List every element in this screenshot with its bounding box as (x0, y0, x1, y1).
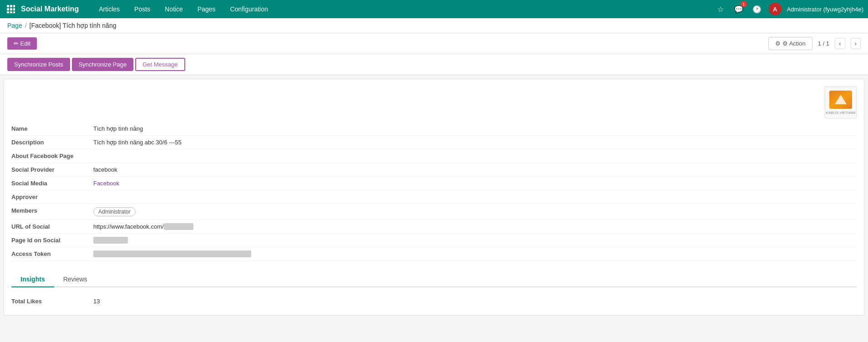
action-button[interactable]: ⚙ ⚙ Action (768, 37, 812, 50)
tab-reviews[interactable]: Reviews (54, 272, 96, 287)
nav-notice[interactable]: Notice (158, 4, 189, 15)
form-row-token: Access Token (11, 247, 857, 261)
label-pageid: Page Id on Social (11, 237, 93, 244)
apps-icon[interactable] (5, 3, 17, 15)
form-row-about: About Facebook Page (11, 149, 857, 163)
chat-icon[interactable]: 💬 1 (732, 3, 745, 15)
gear-icon: ⚙ (775, 40, 781, 47)
form-row-url: URL of Social https://www.facebook.com/ (11, 220, 857, 234)
insights-value-likes: 13 (93, 298, 100, 305)
topnav-right: ☆ 💬 1 🕐 A Administrator (fyuwg2yhjh4e) (714, 3, 863, 15)
chat-badge: 1 (741, 1, 747, 7)
insights-content: Total Likes 13 (11, 295, 857, 308)
value-token (93, 250, 857, 257)
avatar[interactable]: A (769, 3, 782, 15)
pageid-blurred (93, 237, 128, 244)
nav-posts[interactable]: Posts (128, 4, 157, 15)
svg-marker-9 (835, 95, 847, 104)
breadcrumb-separator: / (25, 22, 27, 29)
nav-pages[interactable]: Pages (191, 4, 222, 15)
breadcrumb-parent[interactable]: Page (7, 22, 22, 29)
svg-rect-2 (13, 5, 15, 7)
member-badge: Administrator (93, 207, 136, 216)
label-provider: Social Provider (11, 166, 93, 173)
tabs-bar: Insights Reviews (11, 272, 857, 287)
label-url: URL of Social (11, 223, 93, 230)
label-about: About Facebook Page (11, 153, 93, 159)
svg-rect-0 (7, 5, 9, 7)
form-row-provider: Social Provider facebook (11, 163, 857, 177)
url-blurred-part (164, 223, 193, 230)
label-approver: Approver (11, 194, 93, 200)
form-row-name: Name Tích hợp tính năng (11, 122, 857, 136)
nav-articles[interactable]: Articles (92, 4, 126, 15)
value-name: Tích hợp tính năng (93, 125, 857, 132)
svg-rect-4 (10, 8, 12, 10)
label-token: Access Token (11, 250, 93, 257)
value-members: Administrator (93, 207, 857, 216)
value-provider: facebook (93, 166, 857, 173)
svg-rect-3 (7, 8, 9, 10)
social-media-link[interactable]: Facebook (93, 180, 119, 187)
sync-posts-button[interactable]: Synchronize Posts (7, 58, 70, 71)
value-pageid (93, 237, 857, 244)
insights-row-likes: Total Likes 13 (11, 295, 857, 308)
breadcrumb-current: [Facebook] Tích hợp tính năng (30, 22, 117, 29)
form-row-members: Members Administrator (11, 204, 857, 220)
token-blurred (93, 250, 251, 257)
insights-label-likes: Total Likes (11, 298, 93, 305)
action-buttons-bar: Synchronize Posts Synchronize Page Get M… (0, 54, 868, 75)
main-nav: Articles Posts Notice Pages Configuratio… (92, 4, 714, 15)
label-members: Members (11, 207, 93, 214)
edit-button[interactable]: ✏ Edit (7, 37, 37, 50)
page-logo: KABUS.VIETNAM (825, 87, 857, 118)
toolbar-right: ⚙ ⚙ Action 1 / 1 ‹ › (768, 37, 861, 50)
get-message-button[interactable]: Get Message (135, 58, 185, 71)
star-icon[interactable]: ☆ (714, 3, 727, 15)
label-media: Social Media (11, 180, 93, 187)
value-media: Facebook (93, 180, 857, 187)
clock-icon[interactable]: 🕐 (751, 3, 763, 15)
sync-page-button[interactable]: Synchronize Page (72, 58, 134, 71)
label-name: Name (11, 125, 93, 132)
toolbar-left: ✏ Edit (7, 37, 37, 50)
form-row-description: Description Tích hợp tính năng abc 30/6 … (11, 136, 857, 149)
nav-configuration[interactable]: Configuration (223, 4, 274, 15)
form-section: Name Tích hợp tính năng Description Tích… (11, 122, 857, 261)
username[interactable]: Administrator (fyuwg2yhjh4e) (787, 6, 863, 13)
pagination-prev[interactable]: ‹ (835, 38, 845, 49)
page-logo-area: KABUS.VIETNAM (11, 87, 857, 118)
pagination-next[interactable]: › (851, 38, 861, 49)
app-title: Social Marketing (21, 5, 79, 13)
toolbar: ✏ Edit ⚙ ⚙ Action 1 / 1 ‹ › (0, 33, 868, 54)
pagination-info: 1 / 1 (818, 40, 829, 47)
tab-insights[interactable]: Insights (11, 272, 54, 287)
svg-rect-1 (10, 5, 12, 7)
topnav: Social Marketing Articles Posts Notice P… (0, 0, 868, 18)
main-content: KABUS.VIETNAM Name Tích hợp tính năng De… (4, 79, 864, 316)
form-row-approver: Approver (11, 190, 857, 204)
form-row-pageid: Page Id on Social (11, 234, 857, 247)
form-row-media: Social Media Facebook (11, 177, 857, 190)
svg-rect-5 (13, 8, 15, 10)
svg-rect-7 (10, 11, 12, 13)
breadcrumb: Page / [Facebook] Tích hợp tính năng (0, 18, 868, 33)
svg-rect-6 (7, 11, 9, 13)
svg-rect-8 (13, 11, 15, 13)
value-description: Tích hợp tính năng abc 30/6 ---55 (93, 139, 857, 146)
page-logo-label: KABUS.VIETNAM (826, 111, 856, 115)
value-url: https://www.facebook.com/ (93, 223, 857, 230)
label-description: Description (11, 139, 93, 146)
